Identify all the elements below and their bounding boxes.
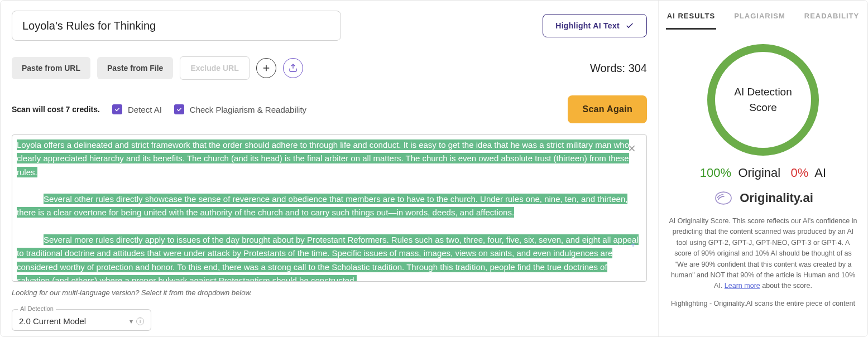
expand-icon: +	[631, 240, 639, 248]
word-count-value: 304	[629, 62, 647, 74]
scan-again-button[interactable]: Scan Again	[568, 95, 647, 123]
results-tabs: AI RESULTS PLAGIARISM READABILITY	[669, 6, 857, 30]
highlight-ai-text-label: Highlight AI Text	[555, 21, 620, 30]
check-plagiarism-checkbox[interactable]	[174, 104, 184, 114]
paragraph-3: Several more rules directly apply to iss…	[17, 234, 639, 281]
tab-readability[interactable]: READABILITY	[803, 6, 860, 30]
ai-detection-score-ring: AI Detection Score	[707, 44, 819, 156]
content-editor[interactable]: + Loyola offers a delineated and strict …	[12, 134, 647, 282]
paste-from-url-button[interactable]: Paste from URL	[12, 57, 90, 79]
highlighting-description: Highlighting - Originality.AI scans the …	[671, 300, 855, 307]
paragraph-2: Several other rules directly showcase th…	[17, 194, 627, 218]
scan-cost-label: Scan will cost 7 credits.	[12, 105, 100, 114]
tab-ai-results[interactable]: AI RESULTS	[666, 6, 716, 30]
results-panel: AI RESULTS PLAGIARISM READABILITY AI Det…	[658, 1, 867, 336]
word-count: Words: 304	[590, 62, 647, 75]
brand-row: Originality.ai	[713, 190, 813, 206]
export-button[interactable]	[283, 58, 303, 78]
check-icon	[176, 106, 183, 113]
paragraph-1: Loyola offers a delineated and strict fr…	[17, 139, 629, 177]
check-plagiarism-label: Check Plagiarism & Readability	[190, 105, 306, 114]
model-select-label: AI Detection	[18, 305, 56, 312]
chevron-down-icon: ▾	[130, 317, 133, 325]
score-description-text: AI Originality Score. This score reflect…	[669, 217, 857, 290]
brand-logo-icon	[713, 190, 734, 206]
paste-from-file-button[interactable]: Paste from File	[97, 57, 173, 79]
ai-detection-model-select[interactable]: AI Detection 2.0 Current Model ▾ i	[12, 309, 151, 331]
detect-ai-checkbox[interactable]	[112, 104, 122, 114]
info-icon[interactable]: i	[136, 317, 144, 325]
title-row: Highlight AI Text	[12, 11, 647, 41]
tab-plagiarism[interactable]: PLAGIARISM	[733, 6, 787, 30]
ai-label: AI	[814, 166, 826, 180]
app-container: Highlight AI Text Paste from URL Paste f…	[0, 0, 868, 337]
model-select-value: 2.0 Current Model	[19, 316, 86, 326]
close-icon	[627, 144, 636, 153]
highlight-ai-text-button[interactable]: Highlight AI Text	[543, 14, 647, 37]
score-description-post: about the score.	[760, 282, 812, 290]
exclude-url-button[interactable]: Exclude URL	[180, 56, 249, 80]
multi-language-note: Looking for our multi-language version? …	[12, 288, 647, 297]
learn-more-link[interactable]: Learn more	[725, 282, 760, 290]
check-icon	[114, 106, 121, 113]
toolbar: Paste from URL Paste from File Exclude U…	[12, 56, 647, 80]
detect-ai-label: Detect AI	[128, 105, 162, 114]
export-icon	[288, 63, 298, 73]
document-title-input[interactable]	[12, 11, 341, 41]
score-ring-label-1: AI Detection	[734, 84, 792, 100]
scan-options-row: Scan will cost 7 credits. Detect AI Chec…	[12, 95, 647, 123]
check-plagiarism-checkbox-wrap[interactable]: Check Plagiarism & Readability	[174, 104, 306, 114]
editor-panel: Highlight AI Text Paste from URL Paste f…	[1, 1, 658, 336]
brand-name: Originality.ai	[740, 191, 813, 205]
score-description: AI Originality Score. This score reflect…	[669, 216, 857, 292]
add-button[interactable]	[256, 58, 276, 78]
score-summary: 100% Original 0% AI	[700, 166, 826, 180]
content-text[interactable]: Loyola offers a delineated and strict fr…	[12, 135, 646, 281]
original-label: Original	[738, 166, 780, 180]
plus-icon	[261, 63, 271, 73]
original-percent: 100%	[700, 166, 731, 180]
word-count-label: Words:	[590, 62, 625, 74]
clear-content-button[interactable]	[627, 143, 636, 156]
ai-percent: 0%	[791, 166, 809, 180]
score-ring-label-2: Score	[734, 100, 792, 116]
detect-ai-checkbox-wrap[interactable]: Detect AI	[112, 104, 162, 114]
check-icon	[625, 21, 634, 30]
